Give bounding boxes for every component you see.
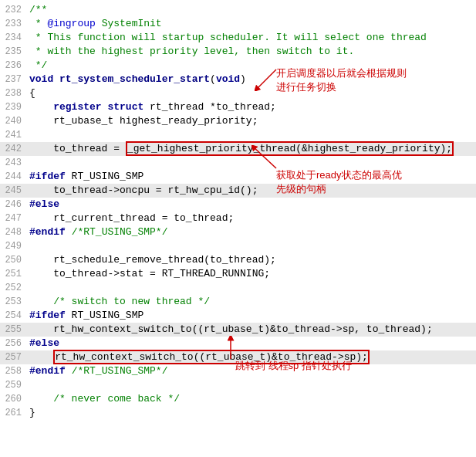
line-number: 250 — [0, 253, 28, 267]
line-number: 240 — [0, 114, 28, 128]
code-line-234: 234 * This function will startup schedul… — [0, 31, 476, 45]
code-line-259: 259 — [0, 378, 476, 392]
annotation-jump: 跳转到 线程sp 指针处执行 — [235, 359, 352, 373]
arrow-3 — [223, 336, 238, 361]
line-text: rt_ubase_t highest_ready_priority; — [28, 114, 476, 128]
line-number: 237 — [0, 73, 28, 86]
line-text: /* switch to new thread */ — [28, 295, 476, 309]
line-text: * @ingroup SystemInit — [28, 17, 476, 31]
line-number: 235 — [0, 45, 28, 59]
code-line-245: 245 to_thread->oncpu = rt_hw_cpu_id(); — [0, 184, 476, 198]
code-line-253: 253 /* switch to new thread */ — [0, 295, 476, 309]
line-number: 238 — [0, 86, 28, 100]
svg-line-0 — [256, 69, 276, 90]
line-number: 261 — [0, 406, 28, 420]
annotation-ready: 获取处于ready状态的最高优 先级的句柄 — [276, 168, 402, 196]
line-number: 252 — [0, 281, 28, 295]
code-line-235: 235 * with the highest priority level, t… — [0, 45, 476, 59]
line-number: 246 — [0, 198, 28, 212]
code-line-252: 252 — [0, 281, 476, 295]
line-text: */ — [28, 59, 476, 73]
line-number: 247 — [0, 212, 28, 225]
code-line-242: 242 to_thread = _get_highest_priority_th… — [0, 142, 476, 156]
line-number: 259 — [0, 378, 28, 392]
annotation-text-5: 跳转到 线程sp 指针处执行 — [235, 360, 352, 371]
line-number: 241 — [0, 128, 28, 142]
line-number: 260 — [0, 392, 28, 406]
line-text: #endif /*RT_USING_SMP*/ — [28, 225, 476, 239]
line-text: rt_schedule_remove_thread(to_thread); — [28, 253, 476, 267]
line-number: 244 — [0, 170, 28, 184]
annotation-scheduler: 开启调度器以后就会根据规则 进行任务切换 — [276, 66, 407, 94]
line-number: 232 — [0, 3, 28, 17]
code-line-248: 248 #endif /*RT_USING_SMP*/ — [0, 225, 476, 239]
line-number: 251 — [0, 267, 28, 281]
line-text: rt_hw_context_switch_to((rt_ubase_t)&to_… — [28, 323, 476, 337]
line-number: 248 — [0, 225, 28, 239]
code-line-232: 232 /** — [0, 3, 476, 17]
code-line-251: 251 to_thread->stat = RT_THREAD_RUNNING; — [0, 267, 476, 281]
code-line-254: 254 #ifdef RT_USING_SMP — [0, 309, 476, 323]
line-text: #ifdef RT_USING_SMP — [28, 309, 476, 323]
line-text: #ifdef RT_USING_SMP — [28, 170, 476, 184]
code-line-260: 260 /* never come back */ — [0, 392, 476, 406]
svg-line-1 — [253, 147, 276, 168]
line-number: 243 — [0, 156, 28, 170]
line-text: to_thread->oncpu = rt_hw_cpu_id(); — [28, 184, 476, 198]
line-number: 257 — [0, 350, 28, 364]
code-line-246: 246 #else — [0, 198, 476, 212]
code-line-249: 249 — [0, 239, 476, 253]
code-line-243: 243 — [0, 156, 476, 170]
annotation-text-1: 开启调度器以后就会根据规则 — [276, 67, 407, 79]
line-number: 242 — [0, 142, 28, 156]
line-text: /** — [28, 3, 476, 17]
line-text: * with the highest priority level, then … — [28, 45, 476, 59]
line-text: { — [28, 86, 476, 100]
code-line-247: 247 rt_current_thread = to_thread; — [0, 212, 476, 225]
line-number: 254 — [0, 309, 28, 323]
line-number: 256 — [0, 337, 28, 350]
line-text: * This function will startup scheduler. … — [28, 31, 476, 45]
code-line-240: 240 rt_ubase_t highest_ready_priority; — [0, 114, 476, 128]
line-number: 249 — [0, 239, 28, 253]
line-text: to_thread->stat = RT_THREAD_RUNNING; — [28, 267, 476, 281]
line-text: #else — [28, 337, 476, 350]
arrow-1 — [255, 68, 278, 91]
code-container: 232 /** 233 * @ingroup SystemInit 234 * … — [0, 0, 476, 457]
line-number: 253 — [0, 295, 28, 309]
line-text: rt_current_thread = to_thread; — [28, 212, 476, 225]
code-line-250: 250 rt_schedule_remove_thread(to_thread)… — [0, 253, 476, 267]
line-number: 234 — [0, 31, 28, 45]
code-line-241: 241 — [0, 128, 476, 142]
code-line-255: 255 rt_hw_context_switch_to((rt_ubase_t)… — [0, 323, 476, 337]
code-line-233: 233 * @ingroup SystemInit — [0, 17, 476, 31]
line-text: #else — [28, 198, 476, 212]
arrow-2 — [252, 145, 278, 170]
line-number: 236 — [0, 59, 28, 73]
line-text: register struct rt_thread *to_thread; — [28, 100, 476, 114]
line-text: void rt_system_scheduler_start(void) — [28, 73, 476, 86]
annotation-text-4: 先级的句柄 — [276, 183, 326, 195]
annotation-text-3: 获取处于ready状态的最高优 — [276, 169, 402, 181]
line-number: 245 — [0, 184, 28, 198]
line-number: 239 — [0, 100, 28, 114]
code-line-261: 261 } — [0, 406, 476, 420]
code-line-239: 239 register struct rt_thread *to_thread… — [0, 100, 476, 114]
code-line-244: 244 #ifdef RT_USING_SMP — [0, 170, 476, 184]
line-number: 255 — [0, 323, 28, 337]
line-text: } — [28, 406, 476, 420]
line-text: /* never come back */ — [28, 392, 476, 406]
line-number: 258 — [0, 364, 28, 378]
line-number: 233 — [0, 17, 28, 31]
annotation-text-2: 进行任务切换 — [276, 81, 336, 93]
